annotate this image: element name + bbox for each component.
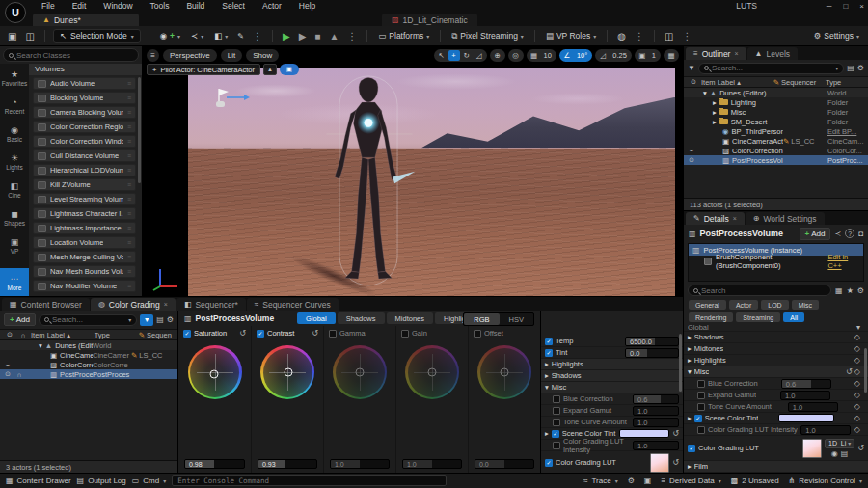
category-shapes[interactable]: ◼Shapes xyxy=(0,203,29,231)
section-shadows[interactable]: ▸Shadows◇ xyxy=(684,332,868,343)
share-icon[interactable]: ≺ xyxy=(834,230,841,238)
revision-control-dropdown[interactable]: ⋔ Revision Control ▾ xyxy=(789,476,862,485)
scene-color-tint-checkbox[interactable]: ✓ xyxy=(694,415,702,422)
unsaved-button[interactable]: ▩ 2 Unsaved xyxy=(731,476,779,485)
frame-skip-button[interactable]: ▶ xyxy=(297,31,309,41)
tab-content-browser[interactable]: ▦ Content Browser xyxy=(2,298,90,311)
show-dropdown[interactable]: Show xyxy=(246,49,279,62)
filter-icon[interactable]: ▼ xyxy=(688,64,695,72)
keyframe-diamond-icon[interactable]: ◇ xyxy=(854,414,864,422)
tab-world-settings[interactable]: ⊕ World Settings xyxy=(746,212,825,225)
prop-lut-intensity[interactable]: Color Grading LUT Intensity 1.0 xyxy=(541,440,683,451)
output-log-button[interactable]: ▤ Output Log xyxy=(77,476,126,485)
help-icon[interactable]: ? xyxy=(845,229,854,238)
pixel-streaming-dropdown[interactable]: ⧉ Pixel Streaming ▾ xyxy=(448,31,527,41)
prop-expand-gamut[interactable]: Expand Gamut 1.0 xyxy=(541,405,683,417)
scrollbar[interactable] xyxy=(138,77,141,183)
outliner-row-cinecamera[interactable]: ▣CineCameraAct ✎LS_CC CineCam... xyxy=(684,136,868,146)
chip-actor[interactable]: Actor xyxy=(729,300,758,310)
color-grading-lut-checkbox[interactable]: ✓ xyxy=(545,459,553,467)
category-basic[interactable]: ◉Basic xyxy=(0,120,29,148)
keyframe-diamond-icon[interactable]: ◇ xyxy=(854,356,864,365)
close-tab-icon[interactable]: × xyxy=(734,50,738,57)
volume-item[interactable]: Nav Mesh Bounds Volu...≡ xyxy=(33,265,136,278)
tab-dunes-level[interactable]: ▲ Dunes* xyxy=(33,14,139,26)
chip-streaming[interactable]: Streaming xyxy=(736,312,780,322)
volume-item[interactable]: Hierarchical LODVolume≡ xyxy=(33,164,136,176)
section-highlights[interactable]: ▸Highlights xyxy=(541,359,683,370)
toolbar-overflow-icon[interactable]: ⋮ xyxy=(251,31,264,41)
rotation-snap-value[interactable]: 10° xyxy=(574,51,590,60)
launch-button[interactable]: ▲ xyxy=(327,31,340,41)
menu-help[interactable]: Help xyxy=(290,0,324,13)
section-global-clipped[interactable]: Global ▾ xyxy=(684,324,868,332)
multi-user-options-icon[interactable]: ⋮ xyxy=(680,31,693,41)
multi-user-icon[interactable]: ◫ xyxy=(663,31,675,41)
outliner-search[interactable]: ▾ xyxy=(698,63,844,74)
lut-intensity-checkbox[interactable] xyxy=(697,426,705,434)
blue-correction-checkbox[interactable] xyxy=(553,395,560,403)
search-input[interactable] xyxy=(712,64,832,72)
keyframe-diamond-icon[interactable]: ◇ xyxy=(854,379,864,388)
contrast-color-wheel[interactable] xyxy=(260,345,314,399)
range-tab-shadows[interactable]: Shadows xyxy=(338,312,385,324)
outliner-row-colorcorrection[interactable]: ⌣ ▨ColorCorrectionI ColorCor... xyxy=(684,146,868,155)
edit-blueprint-link[interactable]: Edit BP... xyxy=(827,127,866,136)
eye-closed-icon[interactable]: ⌣ xyxy=(686,147,697,154)
volume-item[interactable]: Kill ZVolume≡ xyxy=(33,178,136,191)
offset-color-wheel[interactable] xyxy=(477,345,531,399)
prop-temp[interactable]: ✓Temp 6500.0 xyxy=(541,336,683,347)
save-icon[interactable]: ▣ xyxy=(6,31,18,41)
volume-item[interactable]: Color Correction Window≡ xyxy=(33,135,136,148)
outliner-row-folder[interactable]: ▸Misc Folder xyxy=(684,107,868,117)
outliner-row-bp-thirdperson[interactable]: ◉BP_ThirdPerson Edit BP... xyxy=(684,126,868,136)
viewport-menu-icon[interactable]: ≡ xyxy=(147,49,159,62)
live-link-icon[interactable]: ◍ xyxy=(615,31,628,41)
headphones-icon[interactable]: ∩ xyxy=(14,371,25,378)
pilot-actor-indicator[interactable]: + Pilot Actor: CineCameraActor xyxy=(147,64,260,75)
cinematics-dropdown[interactable]: ◧ ▾ xyxy=(211,31,231,41)
prop-blue-correction[interactable]: Blue Correction 0.6 xyxy=(541,393,683,405)
perspective-dropdown[interactable]: Perspective xyxy=(163,49,217,62)
camera-preview-toggle[interactable]: ▣ xyxy=(280,64,299,75)
category-lights[interactable]: ☀Lights xyxy=(0,148,29,176)
reset-icon[interactable]: ↺ xyxy=(312,329,318,338)
tone-curve-checkbox[interactable] xyxy=(553,419,560,426)
component-row-brush[interactable]: BrushComponent (BrushComponent0) Edit in… xyxy=(689,256,863,267)
keyframe-diamond-icon[interactable]: ◇ xyxy=(854,333,864,341)
menu-build[interactable]: Build xyxy=(177,0,213,13)
volume-item[interactable]: Cull Distance Volume≡ xyxy=(33,149,136,162)
keyframe-diamond-icon[interactable]: ◇ xyxy=(854,425,864,434)
chip-all[interactable]: All xyxy=(783,312,804,322)
folder-icon[interactable]: ▤ xyxy=(156,315,164,324)
prop-tint[interactable]: ✓Tint 0.0 xyxy=(541,347,683,359)
gain-color-wheel[interactable] xyxy=(405,345,459,399)
play-options-icon[interactable]: ⋮ xyxy=(345,31,359,41)
saturation-checkbox[interactable]: ✓ xyxy=(183,330,191,338)
cg-row-postprocess[interactable]: ⊙ ∩ ▥PostProcessVolume PostProces xyxy=(0,369,177,379)
volume-item[interactable]: Camera Blocking Volume≡ xyxy=(33,106,136,119)
category-favorites[interactable]: ★Favorites xyxy=(0,64,29,92)
gamma-slider[interactable]: 1.0 xyxy=(330,459,390,469)
keyframe-diamond-icon[interactable]: ◇ xyxy=(854,391,864,399)
menu-actor[interactable]: Actor xyxy=(254,0,290,13)
blueprints-dropdown[interactable]: ≺ ▾ xyxy=(188,31,206,41)
screenshot-icon[interactable]: ▣ xyxy=(644,476,652,485)
chip-general[interactable]: General xyxy=(689,300,726,310)
filter-active-icon[interactable]: ▼ xyxy=(140,314,153,326)
gear-icon[interactable]: ⚙ xyxy=(857,64,864,72)
gear-icon[interactable]: ⚙ xyxy=(167,315,174,324)
tab-color-grading[interactable]: ◍ Color Grading × xyxy=(91,298,176,311)
chip-rendering[interactable]: Rendering xyxy=(689,312,733,322)
settings-quick-icon[interactable]: ⚙ xyxy=(628,476,635,485)
outliner-row-world[interactable]: ▾▲Dunes (Editor) World xyxy=(684,88,868,97)
camera-speed-icon[interactable]: ▣ xyxy=(637,50,648,61)
tab-outliner[interactable]: ≡ Outliner × xyxy=(686,47,746,60)
offset-checkbox[interactable] xyxy=(474,330,481,338)
gamma-color-wheel[interactable] xyxy=(333,345,387,399)
contrast-checkbox[interactable]: ✓ xyxy=(257,330,264,338)
volume-item[interactable]: Lightmass Importance...≡ xyxy=(33,222,136,234)
search-classes-input[interactable] xyxy=(16,51,133,60)
scrollbar[interactable] xyxy=(864,348,867,393)
add-component-button[interactable]: +Add xyxy=(800,228,831,240)
